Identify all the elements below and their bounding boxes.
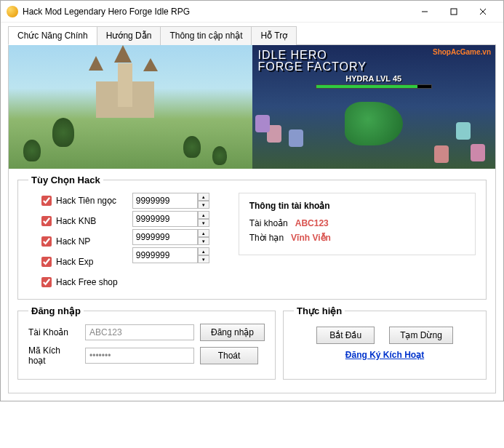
- login-group: Đăng nhập Tài Khoản Đăng nhập Mã Kích ho…: [17, 305, 276, 380]
- input-np[interactable]: [132, 229, 198, 245]
- account-info-title: Thông tin tài khoản: [249, 201, 465, 211]
- input-exp[interactable]: [132, 247, 198, 263]
- hack-value-column: ▲▼ ▲▼ ▲▼ ▲▼: [132, 193, 209, 263]
- account-info-box: Thông tin tài khoản Tài khoản ABC123 Thờ…: [239, 193, 476, 255]
- chk-exp[interactable]: [41, 257, 52, 267]
- spin-down-icon[interactable]: ▼: [198, 237, 209, 245]
- hack-options-group: Tùy Chọn Hack Hack Tiên ngọc Hack KNB Ha…: [17, 175, 487, 300]
- account-value: ABC123: [295, 218, 329, 228]
- execute-legend: Thực hiện: [294, 305, 345, 316]
- app-window: Hack Mod Legendary Hero Forge Idle RPG C…: [0, 0, 504, 401]
- window-title: Hack Mod Legendary Hero Forge Idle RPG: [23, 7, 410, 17]
- chk-free-shop[interactable]: [41, 277, 52, 287]
- chk-knb[interactable]: [41, 216, 52, 226]
- input-knb[interactable]: [132, 211, 198, 227]
- window-controls: [410, 1, 497, 22]
- bottom-row: Đăng nhập Tài Khoản Đăng nhập Mã Kích ho…: [17, 305, 487, 385]
- banner-boss-label: HYDRA LVL 45: [345, 74, 401, 83]
- execute-group: Thực hiện Bắt Đầu Tạm Dừng Đăng Ký Kích …: [283, 305, 487, 380]
- register-activation-link[interactable]: Đăng Ký Kích Hoạt: [345, 350, 424, 360]
- chk-exp-label: Hack Exp: [56, 257, 93, 267]
- app-icon: [7, 6, 18, 17]
- chk-np-label: Hack NP: [56, 236, 90, 247]
- minimize-button[interactable]: [410, 1, 439, 22]
- tab-main[interactable]: Chức Năng Chính: [8, 26, 97, 45]
- chk-tien-ngoc-label: Hack Tiên ngọc: [56, 196, 116, 206]
- banner-right-game: ShopAcGame.vn IDLE HERO FORGE FACTORY HY…: [252, 45, 496, 169]
- spin-down-icon[interactable]: ▼: [198, 219, 209, 227]
- spin-down-icon[interactable]: ▼: [198, 255, 209, 263]
- login-key-label: Mã Kích hoạt: [28, 345, 79, 366]
- spin-up-icon[interactable]: ▲: [198, 193, 209, 201]
- banner-left-castle: [9, 45, 252, 169]
- exit-button[interactable]: Thoát: [200, 347, 258, 364]
- svg-rect-1: [451, 9, 457, 15]
- spin-down-icon[interactable]: ▼: [198, 201, 209, 209]
- login-user-input[interactable]: [85, 324, 194, 340]
- expiry-label: Thời hạn: [249, 233, 284, 243]
- minimize-icon: [421, 8, 428, 15]
- tab-strip: Chức Năng Chính Hướng Dẫn Thông tin cập …: [8, 25, 496, 45]
- login-user-label: Tài Khoản: [28, 327, 79, 337]
- pause-button[interactable]: Tạm Dừng: [389, 327, 453, 344]
- content-area: Chức Năng Chính Hướng Dẫn Thông tin cập …: [1, 23, 503, 401]
- login-key-input[interactable]: [85, 348, 194, 364]
- start-button[interactable]: Bắt Đầu: [316, 327, 375, 344]
- maximize-icon: [450, 8, 457, 15]
- chk-free-shop-label: Hack Free shop: [56, 277, 118, 287]
- banner-watermark: ShopAcGame.vn: [433, 48, 491, 56]
- maximize-button[interactable]: [439, 1, 468, 22]
- login-button[interactable]: Đăng nhập: [200, 324, 265, 341]
- tab-support[interactable]: Hỗ Trợ: [251, 26, 297, 45]
- banner-game-title: IDLE HERO FORGE FACTORY: [258, 49, 367, 73]
- tab-panel-main: ShopAcGame.vn IDLE HERO FORGE FACTORY HY…: [8, 45, 496, 393]
- close-button[interactable]: [468, 1, 497, 22]
- banner-dragon-icon: [345, 102, 403, 145]
- spin-up-icon[interactable]: ▲: [198, 229, 209, 237]
- banner-hp-bar: [316, 84, 432, 89]
- hack-checkbox-column: Hack Tiên ngọc Hack KNB Hack NP Hack Exp…: [28, 193, 118, 290]
- account-label: Tài khoản: [249, 218, 288, 228]
- expiry-value: Vĩnh Viễn: [291, 233, 331, 243]
- tab-update[interactable]: Thông tin cập nhật: [160, 26, 252, 45]
- titlebar: Hack Mod Legendary Hero Forge Idle RPG: [1, 1, 503, 23]
- account-info-column: Thông tin tài khoản Tài khoản ABC123 Thờ…: [224, 193, 476, 255]
- input-tien-ngoc[interactable]: [132, 193, 198, 209]
- banner-image: ShopAcGame.vn IDLE HERO FORGE FACTORY HY…: [9, 45, 495, 169]
- chk-knb-label: Hack KNB: [56, 216, 96, 226]
- login-legend: Đăng nhập: [28, 305, 84, 316]
- spin-up-icon[interactable]: ▲: [198, 211, 209, 219]
- chk-np[interactable]: [41, 236, 52, 247]
- sections: Tùy Chọn Hack Hack Tiên ngọc Hack KNB Ha…: [9, 169, 495, 385]
- close-icon: [479, 8, 487, 15]
- hack-legend: Tùy Chọn Hack: [28, 175, 103, 185]
- chk-tien-ngoc[interactable]: [41, 196, 52, 206]
- tab-guide[interactable]: Hướng Dẫn: [97, 26, 161, 45]
- spin-up-icon[interactable]: ▲: [198, 247, 209, 255]
